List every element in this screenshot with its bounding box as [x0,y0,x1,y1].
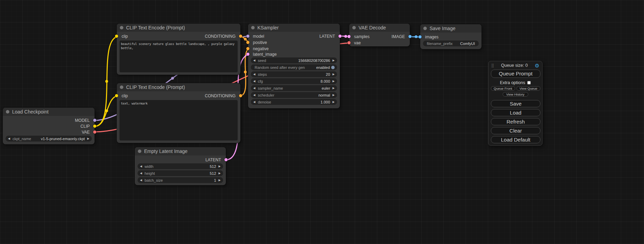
collapse-icon[interactable] [251,26,255,29]
arrow-right-icon[interactable]: ▶ [219,165,221,168]
toggle-knob[interactable] [331,66,335,69]
slot-dot-latent-image-input[interactable] [246,53,249,56]
collapse-icon[interactable] [423,27,427,30]
clear-button[interactable]: Clear [491,127,540,134]
arrow-right-icon[interactable]: ▶ [219,179,221,182]
arrow-right-icon[interactable]: ▶ [333,59,335,62]
node-ksampler[interactable]: KSampler model LATENT positive negative … [248,24,340,108]
collapse-icon[interactable] [6,110,9,114]
slot-dot-images-input[interactable] [418,35,422,38]
widget-height[interactable]: ◀ height 512 ▶ [138,170,223,176]
slot-dot-conditioning-output[interactable] [239,94,242,97]
widget-steps[interactable]: ◀ steps 20 ▶ [251,71,337,77]
slot-dot-negative-input[interactable] [246,47,249,50]
node-title-bar[interactable]: VAE Decode [349,24,410,32]
slot-dot-clip-output[interactable] [93,125,96,128]
arrow-left-icon[interactable]: ◀ [253,73,255,76]
slot-dot-model-output[interactable] [93,119,96,122]
arrow-right-icon[interactable]: ▶ [219,172,221,175]
view-queue-button[interactable]: View Queue [517,86,541,91]
collapse-icon[interactable] [352,26,356,29]
arrow-left-icon[interactable]: ◀ [140,165,142,168]
slot-dot-latent-output[interactable] [338,35,342,38]
queue-prompt-button[interactable]: Queue Prompt [491,70,540,78]
drag-handle-icon[interactable]: ⣿ [491,64,494,67]
view-history-button[interactable]: View History [503,92,528,97]
node-title-bar[interactable]: CLIP Text Encode (Prompt) [117,24,240,32]
arrow-right-icon[interactable]: ▶ [333,94,335,97]
widget-denoise[interactable]: ◀ denoise 1.000 ▶ [251,99,337,105]
node-canvas[interactable]: { "icons": { "arrow_left": "◀", "arrow_r… [0,0,644,244]
arrow-right-icon[interactable]: ▶ [333,101,335,103]
settings-gear-icon[interactable]: ⚙ [535,63,539,68]
node-title-bar[interactable]: Save Image [420,24,482,33]
slot-dot-clip-input[interactable] [115,35,118,38]
node-empty-latent-image[interactable]: Empty Latent Image LATENT ◀ width 512 ▶ … [135,147,226,185]
widget-name: sampler_name [258,86,283,90]
widget-random-seed-toggle[interactable]: Random seed after every gen enabled [251,64,337,70]
arrow-right-icon[interactable]: ▶ [333,73,335,76]
node-load-checkpoint[interactable]: Load Checkpoint MODEL CLIP VAE ◀ ckpt_na… [3,108,95,144]
collapse-icon[interactable] [120,85,123,89]
collapse-icon[interactable] [120,26,123,29]
slot-dot-conditioning-output[interactable] [239,35,242,38]
widget-scheduler[interactable]: ◀ scheduler normal ▶ [251,92,337,98]
slot-dot-samples-input[interactable] [347,35,351,38]
arrow-left-icon[interactable]: ◀ [140,172,142,175]
widget-seed[interactable]: ◀ seed 156680208700286 ▶ [251,57,337,63]
slot-dot-clip-input[interactable] [115,94,118,97]
widget-name: steps [258,72,267,76]
arrow-left-icon[interactable]: ◀ [140,179,142,182]
save-button[interactable]: Save [491,100,540,107]
widget-width[interactable]: ◀ width 512 ▶ [138,163,223,169]
slot-dot-latent-output[interactable] [224,158,228,161]
widget-filename-prefix[interactable]: filename_prefix ComfyUI [423,40,479,46]
widget-cfg[interactable]: ◀ cfg 8.000 ▶ [251,78,337,84]
arrow-left-icon[interactable]: ◀ [8,137,10,140]
widget-name: cfg [258,79,263,83]
slot-dot-vae-input[interactable] [347,41,351,44]
node-clip-text-encode-positive[interactable]: CLIP Text Encode (Prompt) clip CONDITION… [117,24,240,75]
load-button[interactable]: Load [491,109,540,116]
widget-value: 156680208700286 [298,58,330,63]
extra-options-checkbox[interactable] [527,81,531,84]
node-title-bar[interactable]: Empty Latent Image [135,147,226,155]
node-title-bar[interactable]: Load Checkpoint [3,108,95,116]
arrow-left-icon[interactable]: ◀ [253,59,255,62]
node-title: CLIP Text Encode (Prompt) [126,25,185,30]
queue-front-button[interactable]: Queue Front [491,86,515,91]
node-title-bar[interactable]: CLIP Text Encode (Prompt) [117,83,240,91]
slot-dot-model-input[interactable] [246,35,249,38]
slot-row-clip-output: CLIP [3,123,95,129]
widget-value: ComfyUI [460,42,475,46]
node-title-bar[interactable]: KSampler [248,24,340,32]
collapse-icon[interactable] [138,150,141,153]
node-vae-decode[interactable]: VAE Decode samples IMAGE vae [349,24,410,46]
widget-batch-size[interactable]: ◀ batch_size 1 ▶ [138,177,223,183]
load-default-button[interactable]: Load Default [491,136,540,143]
arrow-left-icon[interactable]: ◀ [253,94,255,97]
arrow-left-icon[interactable]: ◀ [253,80,255,83]
node-save-image[interactable]: Save Image images filename_prefix ComfyU… [420,24,482,49]
slot-label: CLIP [80,124,90,129]
slot-dot-positive-input[interactable] [246,41,249,44]
arrow-right-icon[interactable]: ▶ [333,80,335,83]
arrow-right-icon[interactable]: ▶ [333,87,335,90]
widget-value: 512 [210,164,216,169]
slot-dot-vae-output[interactable] [93,130,96,134]
arrow-left-icon[interactable]: ◀ [253,101,255,103]
node-title: KSampler [257,25,279,30]
wire-midpoint-dot [105,80,108,83]
widget-ckpt-name[interactable]: ◀ ckpt_name v1-5-pruned-emaonly.ckpt ▶ [6,136,92,142]
queue-panel[interactable]: ⣿ Queue size: 0 ⚙ Queue Prompt Extra opt… [488,61,542,146]
widget-value: 20 [326,72,330,76]
arrow-right-icon[interactable]: ▶ [87,137,89,140]
prompt-textarea[interactable]: text, watermark [120,100,238,141]
widget-value: v1-5-pruned-emaonly.ckpt [41,137,85,141]
widget-sampler-name[interactable]: ◀ sampler_name euler ▶ [251,85,337,91]
arrow-left-icon[interactable]: ◀ [253,87,255,90]
refresh-button[interactable]: Refresh [491,118,540,125]
prompt-textarea[interactable]: beautiful scenery nature glass bottle la… [120,40,238,72]
slot-dot-image-output[interactable] [408,35,412,38]
node-clip-text-encode-negative[interactable]: CLIP Text Encode (Prompt) clip CONDITION… [117,83,240,143]
